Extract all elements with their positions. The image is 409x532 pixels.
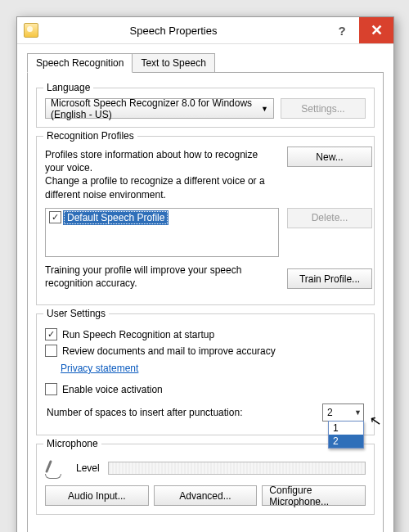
profiles-group-label: Recognition Profiles <box>43 130 137 142</box>
chevron-down-icon: ▼ <box>261 105 268 113</box>
microphone-group: Microphone Level Audio Input... Advanced… <box>36 444 375 515</box>
tab-panel: Language Microsoft Speech Recognizer 8.0… <box>27 72 384 532</box>
chevron-down-icon: ▼ <box>354 408 362 417</box>
new-profile-button[interactable]: New... <box>287 147 372 167</box>
tab-speech-recognition[interactable]: Speech Recognition <box>27 53 133 73</box>
user-settings-group-label: User Settings <box>43 308 109 319</box>
run-at-startup-checkbox[interactable] <box>45 328 57 340</box>
spaces-value: 2 <box>327 407 333 418</box>
titlebar: Speech Properties ? ✕ <box>17 17 393 44</box>
train-description: Training your profile will improve your … <box>45 264 279 290</box>
delete-profile-button: Delete... <box>287 208 372 228</box>
level-label: Level <box>76 462 100 474</box>
recognition-profiles-group: Recognition Profiles Profiles store info… <box>36 136 375 305</box>
spaces-dropdown-list: 1 2 <box>328 421 364 449</box>
speech-properties-dialog: Speech Properties ? ✕ Speech Recognition… <box>16 16 394 532</box>
spaces-option-1[interactable]: 1 <box>329 422 363 435</box>
review-docs-label: Review documents and mail to improve acc… <box>62 345 276 357</box>
microphone-group-label: Microphone <box>43 438 101 449</box>
close-button[interactable]: ✕ <box>359 17 393 43</box>
configure-microphone-button[interactable]: Configure Microphone... <box>262 485 366 506</box>
language-group: Language Microsoft Speech Recognizer 8.0… <box>36 88 375 128</box>
microphone-icon <box>45 458 68 479</box>
profile-checkbox[interactable] <box>49 211 61 223</box>
run-at-startup-label: Run Speech Recognition at startup <box>62 329 214 340</box>
review-docs-checkbox[interactable] <box>45 345 57 357</box>
tab-text-to-speech[interactable]: Text to Speech <box>132 53 214 73</box>
microphone-level-meter <box>108 462 366 475</box>
tab-strip: Speech Recognition Text to Speech <box>27 53 384 73</box>
app-icon <box>24 23 38 38</box>
spaces-after-punctuation-select[interactable]: 2 ▼ 1 2 ↖ <box>322 404 364 422</box>
spaces-after-punctuation-label: Number of spaces to insert after punctua… <box>47 407 242 418</box>
profiles-listbox[interactable]: Default Speech Profile <box>45 208 279 257</box>
language-engine-value: Microsoft Speech Recognizer 8.0 for Wind… <box>51 97 261 120</box>
language-engine-select[interactable]: Microsoft Speech Recognizer 8.0 for Wind… <box>45 98 274 119</box>
enable-voice-activation-checkbox[interactable] <box>45 383 57 395</box>
privacy-statement-link[interactable]: Privacy statement <box>61 363 138 374</box>
profiles-description: Profiles store information about how to … <box>45 148 279 201</box>
language-group-label: Language <box>43 82 93 93</box>
advanced-button[interactable]: Advanced... <box>154 485 258 506</box>
enable-voice-activation-label: Enable voice activation <box>62 384 163 395</box>
window-title: Speech Properties <box>22 25 325 37</box>
profile-item-default[interactable]: Default Speech Profile <box>47 210 276 225</box>
user-settings-group: User Settings Run Speech Recognition at … <box>36 313 375 435</box>
spaces-option-2[interactable]: 2 <box>329 435 363 448</box>
train-profile-button[interactable]: Train Profile... <box>287 268 372 289</box>
language-settings-button: Settings... <box>281 98 366 119</box>
cursor-icon: ↖ <box>368 412 382 431</box>
audio-input-button[interactable]: Audio Input... <box>45 485 149 506</box>
help-button[interactable]: ? <box>325 17 359 43</box>
profile-item-label: Default Speech Profile <box>64 211 168 224</box>
